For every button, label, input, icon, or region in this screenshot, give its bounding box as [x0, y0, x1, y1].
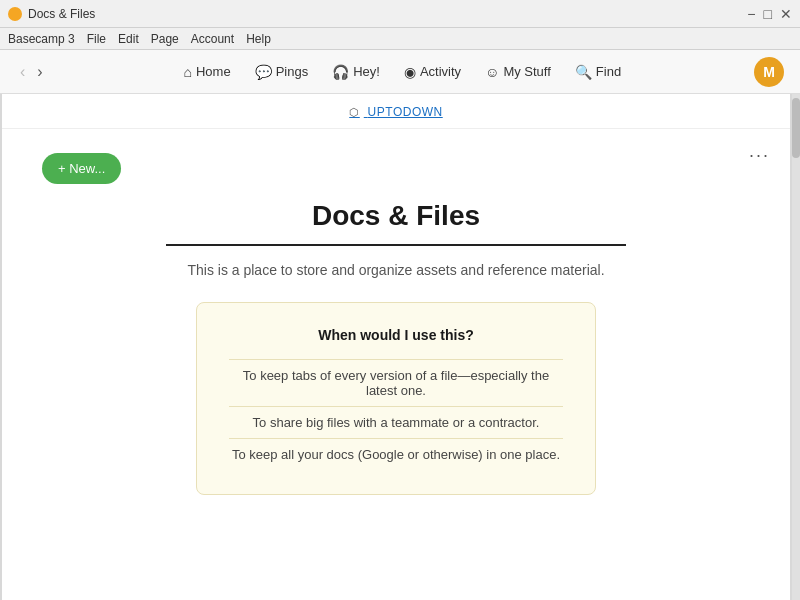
window-title: Docs & Files — [28, 7, 747, 21]
mystuff-icon: ☺ — [485, 64, 499, 80]
uptodown-link[interactable]: ⬡ UPTODOWN — [349, 105, 442, 119]
menu-page[interactable]: Page — [151, 32, 179, 46]
nav-home-label: Home — [196, 64, 231, 79]
nav-home[interactable]: ⌂ Home — [174, 58, 241, 86]
maximize-button[interactable]: □ — [764, 7, 772, 21]
minimize-button[interactable]: − — [747, 7, 755, 21]
uptodown-banner: ⬡ UPTODOWN — [2, 94, 790, 129]
title-bar: Docs & Files − □ ✕ — [0, 0, 800, 28]
uptodown-icon: ⬡ — [349, 106, 360, 118]
info-box-item-1: To share big files with a teammate or a … — [229, 406, 563, 438]
page-content: ··· + New... Docs & Files This is a plac… — [2, 129, 790, 600]
nav-hey[interactable]: 🎧 Hey! — [322, 58, 390, 86]
new-button[interactable]: + New... — [42, 153, 121, 184]
app-icon — [8, 7, 22, 21]
nav-arrows: ‹ › — [16, 61, 47, 83]
nav-activity[interactable]: ◉ Activity — [394, 58, 471, 86]
menu-help[interactable]: Help — [246, 32, 271, 46]
uptodown-text: UPTODOWN — [368, 105, 443, 119]
menu-basecamp3[interactable]: Basecamp 3 — [8, 32, 75, 46]
nav-pings[interactable]: 💬 Pings — [245, 58, 319, 86]
info-box-item-0: To keep tabs of every version of a file—… — [229, 359, 563, 406]
nav-find-label: Find — [596, 64, 621, 79]
more-options-button[interactable]: ··· — [749, 145, 770, 166]
main-panel: ⬡ UPTODOWN ··· + New... Docs & Files Thi… — [2, 94, 790, 600]
page-subtitle: This is a place to store and organize as… — [42, 262, 750, 278]
activity-icon: ◉ — [404, 64, 416, 80]
nav-bar: ‹ › ⌂ Home 💬 Pings 🎧 Hey! ◉ Activity ☺ M… — [0, 50, 800, 94]
menu-bar: Basecamp 3 File Edit Page Account Help — [0, 28, 800, 50]
find-icon: 🔍 — [575, 64, 592, 80]
scrollbar-thumb[interactable] — [792, 98, 800, 158]
menu-edit[interactable]: Edit — [118, 32, 139, 46]
scrollbar-track[interactable] — [792, 94, 800, 600]
window-controls[interactable]: − □ ✕ — [747, 7, 792, 21]
info-box: When would I use this? To keep tabs of e… — [196, 302, 596, 495]
nav-mystuff[interactable]: ☺ My Stuff — [475, 58, 561, 86]
menu-account[interactable]: Account — [191, 32, 234, 46]
hey-icon: 🎧 — [332, 64, 349, 80]
back-button[interactable]: ‹ — [16, 61, 29, 83]
info-box-title: When would I use this? — [229, 327, 563, 343]
pings-icon: 💬 — [255, 64, 272, 80]
user-avatar[interactable]: M — [754, 57, 784, 87]
page-title: Docs & Files — [166, 200, 626, 246]
nav-pings-label: Pings — [276, 64, 309, 79]
nav-activity-label: Activity — [420, 64, 461, 79]
forward-button[interactable]: › — [33, 61, 46, 83]
menu-file[interactable]: File — [87, 32, 106, 46]
nav-find[interactable]: 🔍 Find — [565, 58, 631, 86]
home-icon: ⌂ — [184, 64, 192, 80]
nav-hey-label: Hey! — [353, 64, 380, 79]
info-box-item-2: To keep all your docs (Google or otherwi… — [229, 438, 563, 470]
close-button[interactable]: ✕ — [780, 7, 792, 21]
content-area: ⬡ UPTODOWN ··· + New... Docs & Files Thi… — [0, 94, 800, 600]
nav-links: ⌂ Home 💬 Pings 🎧 Hey! ◉ Activity ☺ My St… — [59, 58, 746, 86]
nav-mystuff-label: My Stuff — [503, 64, 550, 79]
